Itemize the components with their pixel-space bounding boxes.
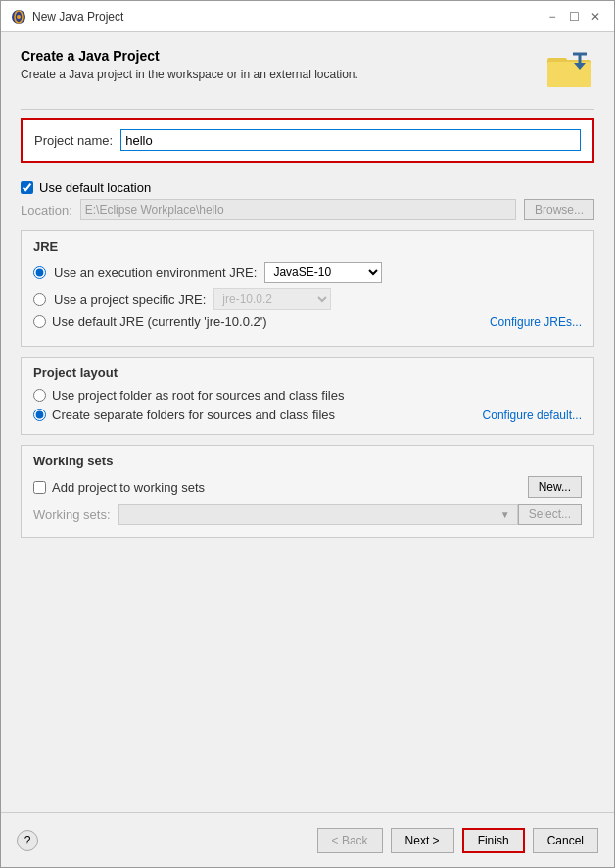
jre-section: JRE Use an execution environment JRE: Ja… bbox=[21, 230, 594, 347]
project-layout-section: Project layout Use project folder as roo… bbox=[21, 357, 594, 435]
project-layout-title: Project layout bbox=[33, 365, 582, 380]
location-row: Location: Browse... bbox=[21, 199, 594, 220]
page-header: Create a Java Project Create a Java proj… bbox=[21, 48, 594, 89]
layout-root-label: Use project folder as root for sources a… bbox=[52, 388, 344, 403]
project-name-input[interactable] bbox=[120, 129, 581, 151]
finish-button[interactable]: Finish bbox=[462, 828, 525, 853]
working-sets-add-row: Add project to working sets New... bbox=[33, 476, 582, 498]
working-sets-title: Working sets bbox=[33, 454, 582, 468]
layout-root-radio[interactable] bbox=[33, 389, 46, 402]
page-description: Create a Java project in the workspace o… bbox=[21, 68, 358, 81]
title-bar: New Java Project − ☐ ✕ bbox=[1, 1, 614, 32]
page-header-text: Create a Java Project Create a Java proj… bbox=[21, 48, 358, 81]
jre-section-title: JRE bbox=[33, 239, 582, 254]
jre-option-3-row: Use default JRE (currently 'jre-10.0.2')… bbox=[33, 314, 582, 329]
working-sets-input-row: Working sets: ▼ Select... bbox=[33, 504, 582, 525]
project-name-section: Project name: bbox=[21, 118, 594, 163]
use-default-location-checkbox[interactable] bbox=[21, 181, 33, 194]
maximize-button[interactable]: ☐ bbox=[565, 8, 583, 25]
select-working-set-button[interactable]: Select... bbox=[518, 504, 582, 525]
add-to-working-sets-checkbox[interactable] bbox=[33, 481, 46, 494]
new-java-project-window: New Java Project − ☐ ✕ Create a Java Pro… bbox=[0, 0, 615, 868]
bottom-bar: ? < Back Next > Finish Cancel bbox=[1, 812, 614, 867]
jre-default-label: Use default JRE (currently 'jre-10.0.2') bbox=[52, 314, 267, 329]
browse-button[interactable]: Browse... bbox=[524, 199, 594, 220]
location-label: Location: bbox=[21, 203, 72, 217]
back-button[interactable]: < Back bbox=[317, 828, 383, 853]
svg-point-2 bbox=[17, 15, 21, 19]
working-sets-input bbox=[118, 504, 518, 525]
use-default-location-row: Use default location bbox=[21, 180, 594, 195]
eclipse-icon bbox=[11, 9, 26, 24]
jre-specific-label: Use a project specific JRE: bbox=[54, 292, 206, 307]
jre-env-label: Use an execution environment JRE: bbox=[54, 265, 257, 280]
configure-default-link[interactable]: Configure default... bbox=[483, 409, 582, 422]
close-button[interactable]: ✕ bbox=[587, 8, 604, 25]
cancel-button[interactable]: Cancel bbox=[533, 828, 598, 853]
working-sets-label: Working sets: bbox=[33, 507, 111, 522]
jre-specific-radio[interactable] bbox=[33, 293, 46, 306]
help-button[interactable]: ? bbox=[17, 830, 38, 851]
window-controls: − ☐ ✕ bbox=[544, 8, 604, 25]
minimize-button[interactable]: − bbox=[544, 8, 561, 25]
page-title: Create a Java Project bbox=[21, 48, 358, 64]
use-default-location-label: Use default location bbox=[39, 180, 151, 195]
svg-rect-5 bbox=[547, 62, 591, 87]
working-sets-section: Working sets Add project to working sets… bbox=[21, 445, 594, 538]
add-to-working-sets-label: Add project to working sets bbox=[52, 480, 205, 495]
project-name-label: Project name: bbox=[34, 133, 113, 148]
layout-option-1-row: Use project folder as root for sources a… bbox=[33, 388, 582, 403]
folder-icon bbox=[545, 48, 594, 89]
header-divider bbox=[21, 109, 594, 110]
configure-jres-link[interactable]: Configure JREs... bbox=[490, 315, 582, 329]
window-title: New Java Project bbox=[32, 10, 123, 24]
dialog-content: Create a Java Project Create a Java proj… bbox=[1, 32, 614, 812]
jre-env-select[interactable]: JavaSE-10 JavaSE-9 JavaSE-8 bbox=[264, 262, 382, 283]
jre-option-1-row: Use an execution environment JRE: JavaSE… bbox=[33, 262, 582, 283]
layout-option-2-row: Create separate folders for sources and … bbox=[33, 408, 582, 422]
dialog-buttons: < Back Next > Finish Cancel bbox=[317, 828, 598, 853]
next-button[interactable]: Next > bbox=[391, 828, 454, 853]
location-input bbox=[80, 199, 516, 220]
jre-env-radio[interactable] bbox=[33, 266, 46, 279]
layout-separate-label: Create separate folders for sources and … bbox=[52, 408, 335, 422]
new-working-set-button[interactable]: New... bbox=[528, 476, 582, 498]
jre-specific-select: jre-10.0.2 bbox=[213, 288, 331, 310]
jre-option-2-row: Use a project specific JRE: jre-10.0.2 bbox=[33, 288, 582, 310]
layout-separate-radio[interactable] bbox=[33, 409, 46, 421]
jre-default-radio[interactable] bbox=[33, 315, 46, 328]
